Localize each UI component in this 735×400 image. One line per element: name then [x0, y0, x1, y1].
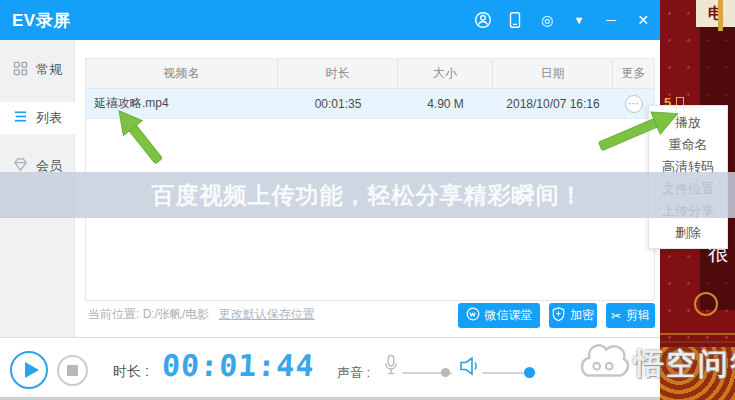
wechat-class-button[interactable]: 微信课堂	[458, 303, 540, 328]
duration-timer: 00:01:44	[161, 348, 315, 383]
menu-item-delete[interactable]: 删除	[649, 222, 727, 244]
column-header-size[interactable]: 大小	[398, 59, 493, 88]
sidebar-item-label: 常规	[36, 61, 62, 79]
duration-label: 时长 :	[113, 363, 149, 381]
column-header-name[interactable]: 视频名	[86, 59, 278, 88]
play-button[interactable]	[10, 351, 48, 389]
scissors-icon: ✂	[611, 309, 621, 323]
sidebar-item-general[interactable]: 常规	[0, 54, 75, 86]
gold-circle-decoration	[694, 292, 718, 316]
watermark-text: 悟空问答	[634, 344, 735, 385]
caret-down-icon[interactable]: ▼	[570, 11, 588, 29]
column-header-date[interactable]: 日期	[493, 59, 613, 88]
sidebar-item-label: 列表	[36, 109, 62, 127]
microphone-icon[interactable]	[383, 354, 399, 382]
play-icon	[25, 362, 39, 378]
device-icon[interactable]	[506, 11, 524, 29]
change-save-location-link[interactable]: 更改默认保存位置	[219, 307, 315, 321]
button-label: 加密	[570, 307, 594, 324]
stop-icon	[67, 365, 78, 376]
minimize-icon[interactable]: ─	[602, 11, 620, 29]
button-label: 剪辑	[626, 307, 650, 324]
encrypt-button[interactable]: 加密	[549, 303, 597, 328]
titlebar-icons: ◎ ▼ ─ ✕	[474, 0, 652, 40]
background-pixel-badge: 电	[696, 0, 735, 27]
grid-icon	[13, 61, 28, 79]
button-label: 微信课堂	[485, 307, 533, 324]
table-header-row: 视频名 时长 大小 日期 更多	[86, 59, 654, 89]
stop-button[interactable]	[57, 355, 88, 386]
gold-line-decoration	[660, 333, 735, 335]
video-date-cell: 2018/10/07 16:16	[493, 89, 613, 118]
video-size-cell: 4.90 M	[398, 89, 493, 118]
list-icon	[13, 109, 28, 127]
wukong-logo-icon	[576, 338, 632, 390]
recording-control-bar: 时长 : 00:01:44 声音 :	[0, 337, 660, 400]
gold-stripe-decoration	[718, 0, 723, 31]
promo-banner: 百度视频上传功能，轻松分享精彩瞬间！	[0, 172, 735, 218]
speaker-icon[interactable]	[459, 356, 481, 380]
record-icon[interactable]: ◎	[538, 11, 556, 29]
storage-location-text: 当前位置: D:/张帆/电影	[88, 307, 209, 321]
app-title: EV录屏	[12, 9, 71, 32]
screenshot-stage: 电 5 很 EV录屏 ◎ ▼ ─ ✕	[0, 0, 735, 400]
annotation-arrow-filename	[104, 101, 174, 171]
video-duration-cell: 00:01:35	[278, 89, 398, 118]
close-icon[interactable]: ✕	[634, 11, 652, 29]
watermark: 悟空问答	[576, 338, 735, 390]
account-icon[interactable]	[474, 11, 492, 29]
sidebar-item-list[interactable]: 列表	[0, 102, 75, 134]
clip-button[interactable]: ✂ 剪辑	[606, 303, 655, 328]
sound-label: 声音 :	[337, 364, 370, 382]
column-header-more[interactable]: 更多	[613, 59, 654, 88]
mic-volume-knob[interactable]	[441, 368, 450, 377]
titlebar[interactable]: EV录屏 ◎ ▼ ─ ✕	[0, 0, 660, 40]
storage-location: 当前位置: D:/张帆/电影 更改默认保存位置	[88, 306, 315, 323]
shield-plus-icon	[552, 307, 565, 324]
speaker-volume-knob[interactable]	[524, 367, 535, 378]
column-header-duration[interactable]: 时长	[278, 59, 398, 88]
annotation-arrow-play	[597, 95, 683, 165]
wechat-icon	[466, 307, 480, 324]
promo-banner-text: 百度视频上传功能，轻松分享精彩瞬间！	[152, 180, 584, 211]
